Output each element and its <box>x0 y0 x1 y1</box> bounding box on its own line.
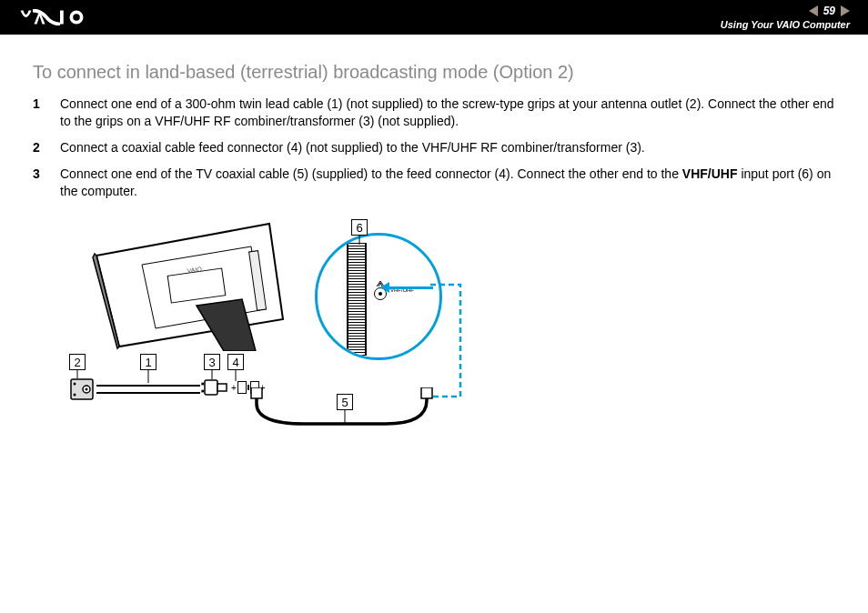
callout-2: 2 <box>69 354 86 370</box>
step-item: 2 Connect a coaxial cable feed connector… <box>33 139 835 156</box>
page-nav: 59 <box>809 5 850 17</box>
svg-point-9 <box>74 383 76 386</box>
svg-rect-13 <box>205 380 217 395</box>
header-bar: 59 Using Your VAIO Computer <box>0 0 868 35</box>
step-number: 2 <box>33 139 45 156</box>
svg-point-10 <box>74 394 76 397</box>
header-right: 59 Using Your VAIO Computer <box>721 5 850 30</box>
twin-lead-cable-illustration <box>96 383 200 394</box>
zoom-detail-circle: VHF/UHF <box>315 233 442 360</box>
step-item: 3 Connect one end of the TV coaxial cabl… <box>33 166 835 200</box>
callout-6: 6 <box>351 219 368 236</box>
page-number: 59 <box>822 5 837 17</box>
step-number: 3 <box>33 166 45 200</box>
pointer-arrow <box>388 286 433 289</box>
callout-3: 3 <box>204 354 220 370</box>
svg-rect-18 <box>217 384 227 391</box>
section-heading: To connect in land-based (terrestrial) b… <box>33 62 835 83</box>
prev-page-button[interactable] <box>809 5 818 16</box>
step-item: 1 Connect one end of a 300-ohm twin lead… <box>33 95 835 130</box>
svg-rect-0 <box>60 11 64 25</box>
connection-diagram: VAIO VHF/UHF 6 <box>69 219 497 447</box>
callout-5: 5 <box>337 394 353 410</box>
callout-4: 4 <box>227 354 244 370</box>
step-text: Connect one end of the TV coaxial cable … <box>60 166 835 200</box>
svg-rect-19 <box>251 387 262 398</box>
svg-text:+: + <box>201 388 203 395</box>
svg-rect-20 <box>421 387 432 398</box>
monitor-back-illustration: VAIO <box>87 219 292 351</box>
combiner-transformer-illustration: + + <box>201 376 228 399</box>
port-strip-illustration <box>347 243 367 356</box>
svg-point-12 <box>86 388 88 391</box>
svg-text:+: + <box>201 381 203 387</box>
step-text: Connect a coaxial cable feed connector (… <box>60 139 645 156</box>
steps-list: 1 Connect one end of a 300-ohm twin lead… <box>33 95 835 199</box>
callout-1: 1 <box>140 354 156 370</box>
next-page-button[interactable] <box>841 5 850 16</box>
step-number: 1 <box>33 95 45 130</box>
antenna-outlet-illustration <box>69 376 95 403</box>
header-section-title: Using Your VAIO Computer <box>721 19 850 30</box>
page-content: To connect in land-based (terrestrial) b… <box>0 35 868 456</box>
vaio-logo <box>18 9 118 25</box>
step-text: Connect one end of a 300-ohm twin lead c… <box>60 95 835 130</box>
